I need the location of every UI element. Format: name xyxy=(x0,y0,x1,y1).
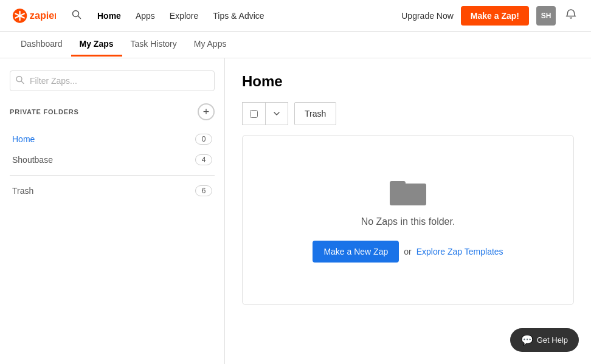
empty-folder-icon xyxy=(390,177,426,205)
checkbox-input[interactable] xyxy=(250,110,258,118)
svg-line-6 xyxy=(78,16,81,19)
or-text: or xyxy=(404,247,411,256)
chat-icon: 💬 xyxy=(521,334,533,346)
page-title: Home xyxy=(242,73,574,90)
private-folders-header: PRIVATE FOLDERS + xyxy=(10,103,215,120)
sidebar: PRIVATE FOLDERS + Home 0 Shoutbase 4 Tra… xyxy=(0,58,225,364)
toolbar: Trash xyxy=(242,102,574,125)
folder-count-trash: 6 xyxy=(195,185,212,196)
folder-name-home: Home xyxy=(12,134,35,144)
avatar[interactable]: SH xyxy=(536,6,556,26)
sub-nav-dashboard[interactable]: Dashboard xyxy=(12,33,71,57)
empty-actions: Make a New Zap or Explore Zap Templates xyxy=(313,241,503,263)
folder-name-trash: Trash xyxy=(12,186,33,196)
upgrade-link[interactable]: Upgrade Now xyxy=(401,11,454,21)
notifications-button[interactable] xyxy=(563,6,579,25)
sub-nav-my-zaps[interactable]: My Zaps xyxy=(71,33,122,57)
make-zap-button[interactable]: Make a Zap! xyxy=(461,6,529,26)
logo[interactable]: zapier xyxy=(12,7,56,24)
nav-explore[interactable]: Explore xyxy=(164,7,204,24)
folder-name-shoutbase: Shoutbase xyxy=(12,155,53,165)
explore-templates-link[interactable]: Explore Zap Templates xyxy=(416,247,503,256)
folder-count-home: 0 xyxy=(195,134,212,145)
top-nav: zapier Home Apps Explore Tips & Advice U… xyxy=(0,0,591,32)
sub-nav-my-apps[interactable]: My Apps xyxy=(185,33,235,57)
svg-text:zapier: zapier xyxy=(30,10,56,21)
svg-rect-10 xyxy=(390,181,406,187)
section-title: PRIVATE FOLDERS xyxy=(10,108,79,115)
nav-links: Home Apps Explore Tips & Advice xyxy=(91,7,401,24)
folder-divider xyxy=(10,175,215,176)
select-all-checkbox[interactable] xyxy=(242,102,265,125)
filter-input[interactable] xyxy=(10,70,215,91)
sub-nav-task-history[interactable]: Task History xyxy=(122,33,185,57)
sub-nav: Dashboard My Zaps Task History My Apps xyxy=(0,32,591,58)
folder-item-shoutbase[interactable]: Shoutbase 4 xyxy=(10,149,215,170)
dropdown-button[interactable] xyxy=(265,102,288,125)
folder-item-trash[interactable]: Trash 6 xyxy=(10,180,215,201)
filter-input-wrap xyxy=(10,70,215,91)
nav-right: Upgrade Now Make a Zap! SH xyxy=(401,6,579,26)
get-help-label: Get Help xyxy=(537,335,568,345)
folder-list: Home 0 Shoutbase 4 Trash 6 xyxy=(10,129,215,201)
nav-tips[interactable]: Tips & Advice xyxy=(207,7,270,24)
search-button[interactable] xyxy=(68,6,85,25)
filter-search-icon xyxy=(16,76,24,86)
folder-count-shoutbase: 4 xyxy=(195,154,212,165)
svg-line-8 xyxy=(21,81,24,84)
nav-home[interactable]: Home xyxy=(91,7,127,24)
make-new-zap-button[interactable]: Make a New Zap xyxy=(313,241,399,263)
folder-item-home[interactable]: Home 0 xyxy=(10,129,215,149)
empty-message: No Zaps in this folder. xyxy=(361,216,455,227)
nav-apps[interactable]: Apps xyxy=(130,7,161,24)
main-layout: PRIVATE FOLDERS + Home 0 Shoutbase 4 Tra… xyxy=(0,58,591,364)
main-content: Home Trash No Zaps in this folder. Make … xyxy=(225,58,591,364)
get-help-button[interactable]: 💬 Get Help xyxy=(510,328,579,352)
add-folder-button[interactable]: + xyxy=(198,103,215,120)
trash-button[interactable]: Trash xyxy=(294,102,336,125)
empty-state: No Zaps in this folder. Make a New Zap o… xyxy=(242,135,574,305)
